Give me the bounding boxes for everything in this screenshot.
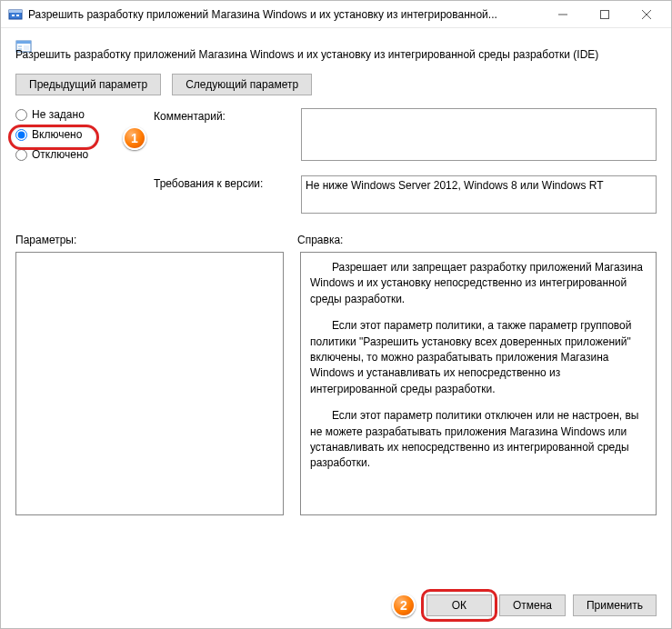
svg-rect-10 xyxy=(18,45,22,47)
app-icon xyxy=(8,7,23,22)
help-p3: Если этот параметр политики отключен или… xyxy=(310,408,647,472)
comment-field[interactable] xyxy=(301,108,657,161)
svg-rect-9 xyxy=(16,41,31,44)
apply-button[interactable]: Применить xyxy=(573,594,657,616)
radio-disabled-label[interactable]: Отключено xyxy=(32,148,88,161)
help-p1: Разрешает или запрещает разработку прило… xyxy=(310,260,647,307)
radio-enabled[interactable] xyxy=(15,129,27,141)
requirements-field xyxy=(301,175,657,214)
policy-title: Разрешить разработку приложений Магазина… xyxy=(15,48,657,61)
requirements-label: Требования к версии: xyxy=(154,175,290,190)
help-panel[interactable]: Разрешает или запрещает разработку прило… xyxy=(300,252,657,515)
svg-rect-1 xyxy=(9,10,22,13)
previous-setting-button[interactable]: Предыдущий параметр xyxy=(15,74,161,95)
svg-rect-2 xyxy=(12,15,15,16)
titlebar: Разрешить разработку приложений Магазина… xyxy=(1,1,671,28)
params-label: Параметры: xyxy=(15,234,297,246)
state-radios: Не задано Включено Отключено 1 xyxy=(15,108,143,168)
annotation-badge-2: 2 xyxy=(392,594,416,617)
annotation-badge-1: 1 xyxy=(123,126,146,150)
help-p2: Если этот параметр политики, а также пар… xyxy=(310,318,647,397)
help-label: Справка: xyxy=(297,234,657,246)
params-panel[interactable] xyxy=(15,252,284,515)
footer-buttons: 2 ОК Отмена Применить xyxy=(392,594,657,617)
svg-rect-5 xyxy=(601,10,609,18)
window-buttons xyxy=(542,1,667,28)
radio-disabled[interactable] xyxy=(15,149,27,161)
radio-not-configured-label[interactable]: Не задано xyxy=(32,108,85,121)
radio-not-configured[interactable] xyxy=(15,109,27,121)
close-button[interactable] xyxy=(626,1,667,28)
next-setting-button[interactable]: Следующий параметр xyxy=(172,74,312,95)
cancel-button[interactable]: Отмена xyxy=(499,594,566,616)
ok-button[interactable]: ОК xyxy=(426,594,492,616)
svg-rect-3 xyxy=(16,15,19,16)
minimize-button[interactable] xyxy=(542,1,584,28)
maximize-button[interactable] xyxy=(584,1,626,28)
comment-label: Комментарий: xyxy=(154,108,290,123)
radio-enabled-label[interactable]: Включено xyxy=(32,128,82,141)
window-title: Разрешить разработку приложений Магазина… xyxy=(28,8,542,21)
